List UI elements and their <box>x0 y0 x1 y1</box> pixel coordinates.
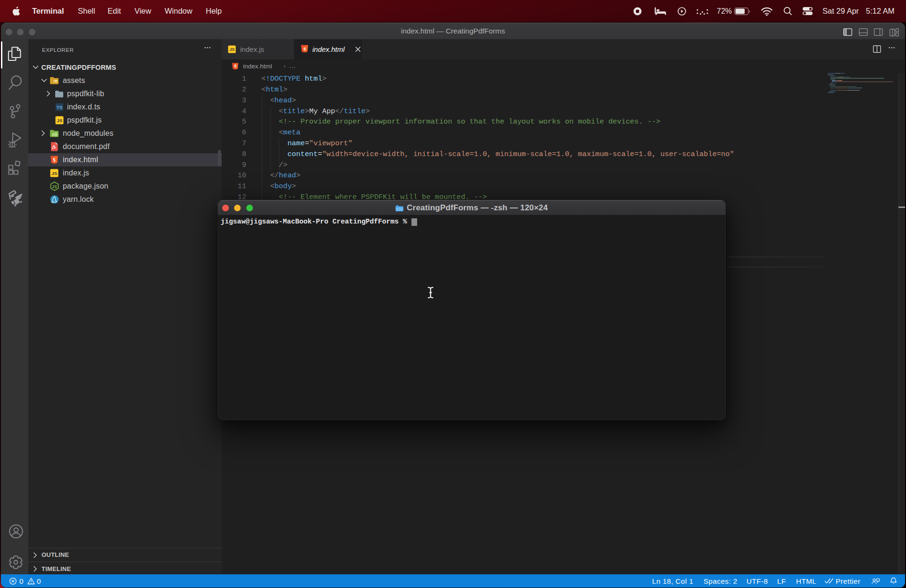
svg-text:JS: JS <box>229 47 235 52</box>
svg-text:JS: JS <box>51 171 57 176</box>
svg-text:5: 5 <box>234 64 236 69</box>
svg-text:5: 5 <box>53 157 56 162</box>
svg-text:5: 5 <box>303 46 306 51</box>
svg-text:TS: TS <box>57 104 63 109</box>
svg-text:JS: JS <box>52 184 57 189</box>
svg-text:JS: JS <box>57 118 62 123</box>
